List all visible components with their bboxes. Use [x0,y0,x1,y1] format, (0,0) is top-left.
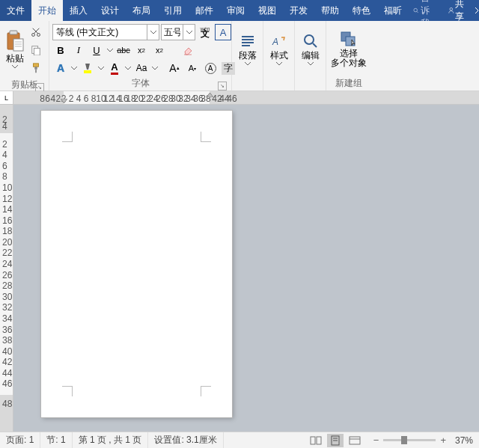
font-size-combo[interactable] [161,24,195,40]
chevron-down-icon[interactable] [147,25,159,40]
chevron-down-icon [11,65,19,69]
tab-mailings[interactable]: 邮件 [189,0,220,21]
svg-rect-4 [10,31,17,34]
font-name-input[interactable] [53,25,147,40]
select-all-corner[interactable]: L [0,91,13,105]
paragraph-icon [240,33,256,49]
svg-rect-18 [84,70,91,73]
status-bar: 页面: 1 节: 1 第 1 页 , 共 1 页 设置值: 3.1厘米 − + … [0,432,479,448]
ribbon-overflow[interactable] [473,7,479,14]
svg-rect-29 [317,437,321,444]
svg-rect-5 [13,39,23,51]
svg-point-2 [450,7,453,10]
shrink-font-button[interactable]: A▾ [184,60,201,76]
tab-view[interactable]: 视图 [251,0,283,21]
paste-button[interactable]: 粘贴 [3,22,26,76]
ribbon: 粘贴 剪贴板↘ wén文 A B I U abc [0,21,479,91]
group-styles: A 样式 [263,21,295,90]
view-print-layout[interactable] [327,434,344,447]
zoom-slider[interactable] [383,439,436,441]
font-color-button[interactable]: A [106,60,123,76]
zoom-level[interactable]: 37% [451,435,473,446]
superscript-button[interactable]: x2 [151,42,168,58]
margin-corner [201,132,211,142]
status-section[interactable]: 节: 1 [40,432,72,448]
chevron-down-icon[interactable] [70,67,78,70]
group-label: 新建组 [329,76,368,92]
svg-rect-15 [34,64,39,67]
dialog-launcher[interactable]: ↘ [218,82,227,90]
cut-button[interactable] [28,24,44,40]
search-icon [413,6,418,15]
zoom-in-button[interactable]: + [440,435,446,446]
group-font: wén文 A B I U abc x2 x2 A A Aa [49,21,232,90]
zoom-out-button[interactable]: − [373,435,379,446]
vertical-ruler[interactable]: 2424681012141618202224262830323436384042… [0,105,13,432]
tab-layout[interactable]: 布局 [126,0,157,21]
tab-design[interactable]: 设计 [94,0,126,21]
font-name-combo[interactable] [52,24,159,40]
page-canvas[interactable] [13,105,479,432]
chevron-down-icon[interactable] [106,49,114,52]
chevron-down-icon[interactable] [151,67,159,70]
styles-button[interactable]: A 样式 [266,22,291,76]
bold-button[interactable]: B [52,42,69,58]
tab-references[interactable]: 引用 [157,0,189,21]
select-multiple-button[interactable]: 选择 多个对象 [329,22,368,76]
view-web-layout[interactable] [347,434,363,447]
tab-insert[interactable]: 插入 [63,0,94,21]
status-position[interactable]: 设置值: 3.1厘米 [148,432,223,448]
eraser-icon [182,44,194,56]
svg-point-0 [414,8,418,12]
highlight-button[interactable] [79,60,96,76]
horizontal-ruler[interactable]: 8642224681012141618202224262830323436384… [13,91,479,105]
status-page-count[interactable]: 第 1 页 , 共 1 页 [73,432,149,448]
zoom-slider-thumb[interactable] [401,436,407,444]
margin-corner [62,132,73,142]
italic-button[interactable]: I [70,42,87,58]
status-page[interactable]: 页面: 1 [0,432,40,448]
font-size-input[interactable] [162,25,183,40]
underline-button[interactable]: U [88,42,105,58]
view-read-mode[interactable] [308,434,324,447]
brush-icon [31,63,41,73]
enclose-characters-button[interactable]: A [202,60,219,76]
subscript-button[interactable]: x2 [133,42,150,58]
tab-home[interactable]: 开始 [31,0,63,21]
group-label [298,79,323,90]
text-effects-button[interactable]: A [52,60,69,76]
svg-rect-16 [34,67,37,70]
character-border-button[interactable]: A [215,24,231,40]
paragraph-button[interactable]: 段落 [235,22,260,76]
find-icon [302,33,319,49]
left-gutter: L 24246810121416182022242628303234363840… [0,91,13,432]
group-label: 字体↘ [52,76,228,92]
format-painter-button[interactable] [28,60,44,76]
page[interactable] [41,111,232,417]
phonetic-guide-button[interactable]: wén文 [197,24,213,40]
tab-review[interactable]: 审阅 [220,0,251,21]
svg-rect-14 [34,48,40,55]
group-clipboard: 粘贴 剪贴板↘ [0,21,49,90]
group-label [266,79,291,90]
chevron-down-icon[interactable] [124,67,132,70]
select-objects-icon [340,31,358,47]
strikethrough-button[interactable]: abc [115,42,132,58]
margin-corner [201,386,211,396]
tab-file[interactable]: 文件 [0,0,31,21]
tab-developer[interactable]: 开发 [283,0,314,21]
tab-addin1[interactable]: 特色 [346,0,377,21]
change-case-button[interactable]: Aa [133,60,150,76]
editing-button[interactable]: 编辑 [298,22,323,76]
chevron-down-icon[interactable] [97,67,105,70]
tab-foxit[interactable]: 福昕 [377,0,409,21]
chevron-down-icon[interactable] [183,25,195,40]
clear-formatting-button[interactable] [180,42,196,58]
copy-button[interactable] [28,42,44,58]
share-button[interactable]: 共享 [442,0,473,23]
grow-font-button[interactable]: A▴ [166,60,183,76]
svg-rect-28 [311,437,315,444]
svg-line-1 [417,11,418,13]
tab-help[interactable]: 帮助 [314,0,346,21]
svg-rect-27 [346,37,355,46]
